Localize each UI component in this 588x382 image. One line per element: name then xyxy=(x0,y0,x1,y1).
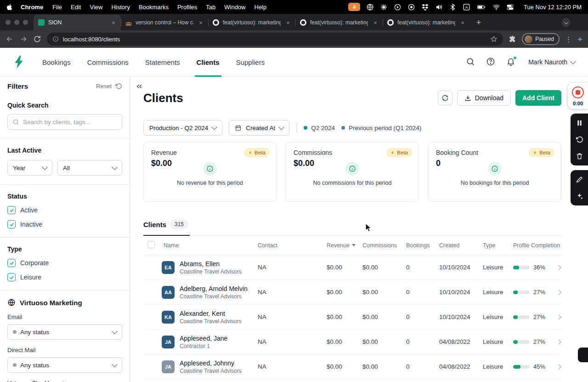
collapse-sidebar-button[interactable] xyxy=(135,82,143,91)
app-logo[interactable] xyxy=(13,55,25,69)
period-filter-select[interactable]: Production - Q2 2024 xyxy=(143,120,222,136)
wifi-status-icon[interactable] xyxy=(492,3,500,11)
last-active-value-select[interactable]: All xyxy=(57,160,122,176)
microphone-status-icon[interactable] xyxy=(348,3,360,11)
column-header-created[interactable]: Created xyxy=(435,242,479,249)
menu-item-window[interactable]: Window xyxy=(224,4,245,11)
nav-item-commissions[interactable]: Commissions xyxy=(87,48,129,77)
direct-mail-status-select[interactable]: Any status xyxy=(7,357,122,373)
nav-item-statements[interactable]: Statements xyxy=(145,48,180,77)
status-option-inactive[interactable]: Inactive xyxy=(7,220,122,228)
checkbox-checked-icon[interactable] xyxy=(7,259,16,267)
close-window-button[interactable] xyxy=(6,20,11,25)
volume-status-icon[interactable] xyxy=(435,3,443,11)
browser-tab-feat-1[interactable]: feat(virtuoso): marketing filte × xyxy=(208,15,295,30)
stop-recording-button[interactable] xyxy=(572,86,584,98)
effects-tool-button[interactable] xyxy=(576,192,583,200)
notifications-button[interactable] xyxy=(506,57,516,67)
draw-tool-button[interactable] xyxy=(576,176,583,183)
quick-search-box[interactable] xyxy=(7,114,122,130)
type-option-leisure[interactable]: Leisure xyxy=(7,273,122,281)
site-info-icon[interactable] xyxy=(52,36,59,42)
column-header-revenue[interactable]: Revenue xyxy=(323,242,359,249)
globe-status-icon[interactable] xyxy=(366,3,374,11)
help-button[interactable] xyxy=(486,57,496,67)
restart-recording-button[interactable] xyxy=(576,136,583,143)
client-name[interactable]: Appleseed, Johnny xyxy=(180,359,242,367)
menu-item-profiles[interactable]: Profiles xyxy=(177,4,197,11)
email-status-select[interactable]: Any status xyxy=(7,324,122,340)
client-name[interactable]: Appleseed, Jane xyxy=(180,335,227,342)
menubar-app-name[interactable]: Chrome xyxy=(21,4,43,11)
status-option-active[interactable]: Active xyxy=(7,206,122,214)
url-text[interactable]: localhost:8080/clients xyxy=(63,36,120,43)
column-header-name[interactable]: Name xyxy=(160,242,254,249)
extensions-icon[interactable] xyxy=(509,35,516,43)
menu-item-edit[interactable]: Edit xyxy=(71,4,81,11)
row-chevron-icon[interactable] xyxy=(556,290,561,295)
play-circle-status-icon[interactable] xyxy=(394,3,401,11)
column-header-type[interactable]: Type xyxy=(479,242,509,249)
input-source-status-icon[interactable]: A xyxy=(463,3,470,11)
row-chevron-icon[interactable] xyxy=(556,265,561,270)
column-header-contact[interactable]: Contact xyxy=(254,242,323,249)
browser-tab-feat-2[interactable]: feat(virtuoso): marketing filte × xyxy=(295,15,383,30)
column-header-commissions[interactable]: Commissions xyxy=(359,242,402,249)
tab-close-icon[interactable]: × xyxy=(197,19,204,26)
checkbox-checked-icon[interactable] xyxy=(7,206,16,214)
back-button[interactable] xyxy=(6,35,14,43)
user-menu[interactable]: Mark Nauroth xyxy=(528,58,575,66)
table-row[interactable]: JA Appleseed, JohnnyCoastline Travel Adv… xyxy=(143,354,561,379)
checkbox-checked-icon[interactable] xyxy=(7,273,16,281)
client-name[interactable]: Adelberg, Arnold Melvin xyxy=(180,285,248,292)
browser-menu-button[interactable]: ⋮ xyxy=(565,36,572,43)
reset-filters-button[interactable]: Reset xyxy=(96,83,122,90)
browser-tab-version-control[interactable]: version control – How can I re × xyxy=(121,15,208,30)
menu-item-bookmarks[interactable]: Bookmarks xyxy=(139,4,169,11)
new-tab-button[interactable]: + xyxy=(473,17,485,29)
window-controls[interactable] xyxy=(0,14,34,30)
quick-search-input[interactable] xyxy=(23,119,117,125)
row-chevron-icon[interactable] xyxy=(556,339,561,344)
minimize-window-button[interactable] xyxy=(14,20,19,25)
tab-close-icon[interactable]: × xyxy=(110,19,117,26)
address-bar[interactable]: localhost:8080/clients xyxy=(47,33,503,46)
browser-profile-chip[interactable]: Paused xyxy=(522,33,560,45)
table-row[interactable]: EA Abrams, EllenCoastline Travel Advisor… xyxy=(143,255,561,280)
reload-button[interactable] xyxy=(33,35,41,43)
nav-item-clients[interactable]: Clients xyxy=(197,48,220,77)
last-active-period-select[interactable]: Year xyxy=(7,160,52,176)
column-header-profile-completion[interactable]: Profile Completion xyxy=(509,242,561,249)
control-center-status-icon[interactable] xyxy=(506,3,514,11)
battery-status-icon[interactable] xyxy=(476,3,486,11)
tab-search-button[interactable] xyxy=(561,18,571,27)
record-circle-status-icon[interactable] xyxy=(407,3,415,11)
created-at-filter-select[interactable]: Created At xyxy=(229,120,289,136)
row-chevron-icon[interactable] xyxy=(556,364,561,369)
table-row[interactable]: JA Appleseed, JaneContractor 1 NA $0.00 … xyxy=(143,330,561,354)
menubar-clock[interactable]: Tue Nov 12 12:20 PM xyxy=(524,4,582,11)
type-option-corporate[interactable]: Corporate xyxy=(7,259,122,267)
select-all-checkbox[interactable] xyxy=(147,241,155,248)
table-row[interactable]: AA Adelberg, Arnold MelvinCoastline Trav… xyxy=(143,280,561,305)
column-header-bookings[interactable]: Bookings xyxy=(402,242,435,249)
menu-item-tab[interactable]: Tab xyxy=(206,4,215,11)
asterisk-status-icon[interactable] xyxy=(380,3,388,11)
zoom-window-button[interactable] xyxy=(23,20,28,25)
menu-item-history[interactable]: History xyxy=(111,4,130,11)
side-panel-plus-button[interactable]: + xyxy=(577,35,582,44)
bookmark-star-icon[interactable] xyxy=(490,35,498,43)
tab-close-icon[interactable]: × xyxy=(284,19,292,26)
nav-item-bookings[interactable]: Bookings xyxy=(42,48,71,77)
sort-desc-icon[interactable] xyxy=(352,244,356,246)
dropbox-status-icon[interactable] xyxy=(421,3,429,11)
apple-menu[interactable] xyxy=(6,4,12,11)
checkbox-checked-icon[interactable] xyxy=(7,220,16,228)
tab-close-icon[interactable]: × xyxy=(459,19,466,26)
delete-recording-button[interactable] xyxy=(576,152,583,160)
menu-item-view[interactable]: View xyxy=(90,4,102,11)
menu-item-help[interactable]: Help xyxy=(254,4,267,11)
refresh-button[interactable] xyxy=(438,91,452,105)
bluetooth-status-icon[interactable] xyxy=(449,3,457,11)
table-row[interactable]: KA Alexander, KentCoastline Travel Advis… xyxy=(143,305,561,330)
